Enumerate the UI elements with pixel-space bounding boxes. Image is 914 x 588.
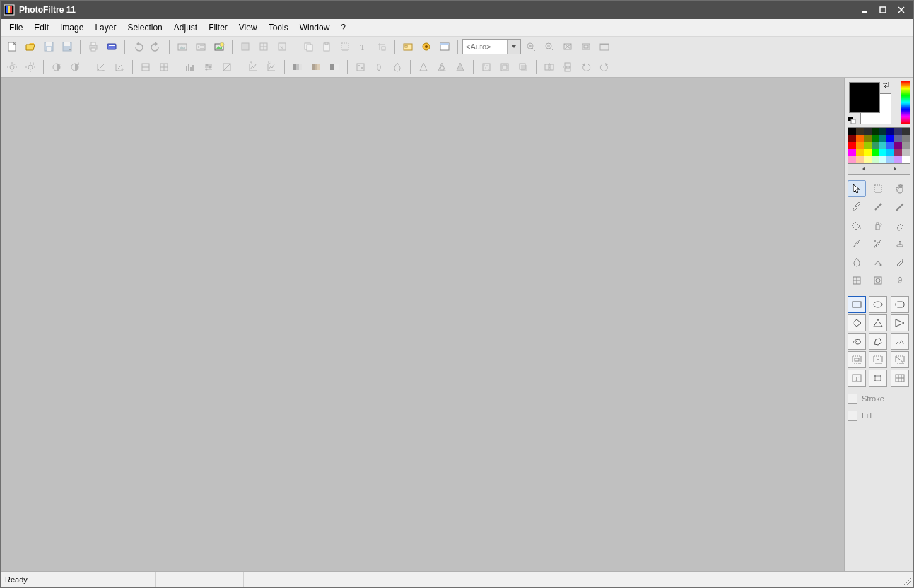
copy-button[interactable] xyxy=(300,38,317,55)
palette-swatch[interactable] xyxy=(864,149,872,156)
blur-button[interactable] xyxy=(389,59,406,76)
menu-edit[interactable]: Edit xyxy=(28,19,54,36)
resize-grip[interactable] xyxy=(902,576,912,586)
shape-triangle[interactable] xyxy=(869,314,887,331)
blur-tool[interactable] xyxy=(848,254,866,271)
full-screen-button[interactable] xyxy=(596,38,613,55)
scan-button[interactable] xyxy=(103,38,120,55)
palette-swatch[interactable] xyxy=(856,135,864,142)
brightness-minus-button[interactable]: - xyxy=(4,59,20,76)
palette-swatch[interactable] xyxy=(848,135,856,142)
fill-checkbox-row[interactable]: Fill xyxy=(848,411,910,421)
zoom-in-button[interactable] xyxy=(522,38,539,55)
close-button[interactable] xyxy=(892,3,910,17)
swap-colors-icon[interactable] xyxy=(881,81,890,89)
brush-tool[interactable] xyxy=(848,235,866,252)
option-ratio[interactable] xyxy=(891,351,909,368)
menu-help[interactable]: ? xyxy=(335,19,351,36)
paste-as-new-button[interactable] xyxy=(211,38,228,55)
selection-tool[interactable] xyxy=(848,180,866,197)
add-noise-button[interactable] xyxy=(478,59,495,76)
zoom-actual-button[interactable] xyxy=(578,38,594,55)
auto-contrast-button[interactable]: C xyxy=(263,59,280,76)
sepia-button[interactable] xyxy=(307,59,324,76)
indexed-mode-button[interactable]: X xyxy=(274,38,291,55)
magic-wand-tool[interactable] xyxy=(869,199,887,216)
levels-button[interactable] xyxy=(200,59,217,76)
option-grid[interactable] xyxy=(891,370,909,387)
palette-prev-button[interactable] xyxy=(848,164,879,174)
gamma-minus-button[interactable]: - xyxy=(93,59,110,76)
contrast-minus-button[interactable]: - xyxy=(48,59,65,76)
palette-swatch[interactable] xyxy=(864,128,872,135)
rotate-right-button[interactable] xyxy=(596,59,613,76)
transparent-color-button[interactable] xyxy=(237,38,254,55)
color-palette[interactable] xyxy=(848,127,910,164)
shape-polygon[interactable] xyxy=(869,333,887,350)
fill-tool[interactable] xyxy=(848,217,866,234)
palette-swatch[interactable] xyxy=(872,142,879,149)
sharpen-button[interactable] xyxy=(415,59,432,76)
foreground-color-swatch[interactable] xyxy=(849,82,880,113)
palette-swatch[interactable] xyxy=(848,128,856,135)
palette-swatch[interactable] xyxy=(879,128,887,135)
saturation-plus-button[interactable] xyxy=(156,59,172,76)
brightness-plus-button[interactable]: + xyxy=(22,59,39,76)
line-tool[interactable] xyxy=(891,199,909,216)
color-spectrum[interactable] xyxy=(901,81,910,124)
menu-filter[interactable]: Filter xyxy=(203,19,233,36)
palette-swatch[interactable] xyxy=(886,149,894,156)
move-tool[interactable] xyxy=(869,180,887,197)
nozzle-tool[interactable] xyxy=(891,272,909,289)
palette-swatch[interactable] xyxy=(886,156,894,163)
shape-diamond[interactable] xyxy=(848,314,866,331)
palette-swatch[interactable] xyxy=(864,142,872,149)
palette-swatch[interactable] xyxy=(894,156,902,163)
menu-adjust[interactable]: Adjust xyxy=(168,19,203,36)
palette-swatch[interactable] xyxy=(856,142,864,149)
shape-ellipse[interactable] xyxy=(869,296,887,313)
palette-swatch[interactable] xyxy=(902,128,910,135)
palette-swatch[interactable] xyxy=(864,135,872,142)
palette-swatch[interactable] xyxy=(879,142,887,149)
shape-rectangle[interactable] xyxy=(848,296,866,313)
grayscale-button[interactable] xyxy=(289,59,306,76)
option-text[interactable]: T xyxy=(848,370,866,387)
rotate-left-button[interactable] xyxy=(578,59,594,76)
palette-swatch[interactable] xyxy=(864,156,872,163)
auto-levels-button[interactable]: A xyxy=(245,59,262,76)
contrast-plus-button[interactable]: + xyxy=(66,59,83,76)
palette-swatch[interactable] xyxy=(848,142,856,149)
eraser-tool[interactable] xyxy=(891,217,909,234)
histogram-button[interactable] xyxy=(182,59,199,76)
gamma-plus-button[interactable]: + xyxy=(111,59,128,76)
menu-window[interactable]: Window xyxy=(294,19,336,36)
reinforce-button[interactable] xyxy=(433,59,450,76)
rgb-mode-button[interactable] xyxy=(255,38,272,55)
zoom-fit-button[interactable] xyxy=(559,38,576,55)
palette-swatch[interactable] xyxy=(872,149,879,156)
pipette-tool[interactable] xyxy=(848,199,866,216)
palette-swatch[interactable] xyxy=(894,135,902,142)
outline-button[interactable] xyxy=(496,59,513,76)
text-button[interactable]: T xyxy=(355,38,372,55)
saturation-minus-button[interactable] xyxy=(137,59,154,76)
palette-swatch[interactable] xyxy=(886,128,894,135)
paste-button[interactable] xyxy=(318,38,335,55)
shape-rounded-rect[interactable] xyxy=(891,296,909,313)
relief-button[interactable] xyxy=(452,59,469,76)
palette-swatch[interactable] xyxy=(886,142,894,149)
palette-swatch[interactable] xyxy=(902,149,910,156)
stroke-checkbox-row[interactable]: Stroke xyxy=(848,394,910,404)
palette-swatch[interactable] xyxy=(879,135,887,142)
palette-swatch[interactable] xyxy=(872,128,879,135)
palette-swatch[interactable] xyxy=(902,142,910,149)
advanced-brush-tool[interactable] xyxy=(869,235,887,252)
menu-image[interactable]: Image xyxy=(54,19,89,36)
dust-reduction-button[interactable] xyxy=(352,59,369,76)
maximize-button[interactable] xyxy=(874,3,892,17)
palette-swatch[interactable] xyxy=(856,149,864,156)
option-center[interactable] xyxy=(869,351,887,368)
flip-horizontal-button[interactable] xyxy=(541,59,558,76)
deform-tool[interactable] xyxy=(848,272,866,289)
